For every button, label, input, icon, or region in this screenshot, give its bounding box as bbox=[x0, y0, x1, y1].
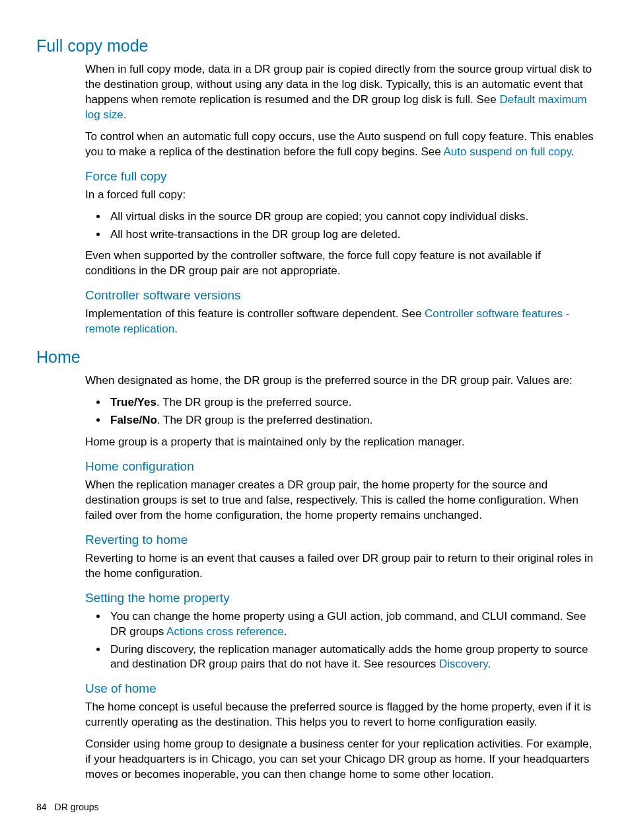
list-item: All virtual disks in the source DR group… bbox=[108, 210, 594, 225]
heading-home-config: Home configuration bbox=[85, 459, 594, 474]
paragraph: When the replication manager creates a D… bbox=[85, 478, 594, 523]
list-item: During discovery, the replication manage… bbox=[108, 642, 594, 673]
link-actions-cross-ref[interactable]: Actions cross reference bbox=[166, 625, 284, 638]
document-page: Full copy mode When in full copy mode, d… bbox=[0, 0, 630, 840]
paragraph: Even when supported by the controller so… bbox=[85, 248, 594, 279]
list-item: All host write-transactions in the DR gr… bbox=[108, 227, 594, 243]
heading-force-full-copy: Force full copy bbox=[85, 169, 594, 184]
heading-reverting-home: Reverting to home bbox=[85, 533, 594, 547]
chapter-name: DR groups bbox=[55, 802, 99, 812]
paragraph: Reverting to home is an event that cause… bbox=[85, 551, 594, 582]
paragraph: Home group is a property that is maintai… bbox=[85, 435, 594, 450]
paragraph: In a forced full copy: bbox=[85, 188, 594, 203]
link-auto-suspend[interactable]: Auto suspend on full copy bbox=[443, 145, 571, 158]
heading-use-of-home: Use of home bbox=[85, 681, 594, 696]
section-body: When designated as home, the DR group is… bbox=[85, 373, 594, 783]
bullet-list: All virtual disks in the source DR group… bbox=[85, 210, 594, 243]
heading-setting-home: Setting the home property bbox=[85, 591, 594, 605]
section-body: When in full copy mode, data in a DR gro… bbox=[85, 62, 594, 337]
heading-controller-versions: Controller software versions bbox=[85, 288, 594, 303]
paragraph: The home concept is useful because the p… bbox=[85, 700, 594, 730]
list-item: False/No. The DR group is the preferred … bbox=[108, 413, 594, 428]
list-item: True/Yes. The DR group is the preferred … bbox=[108, 395, 594, 410]
bullet-list: True/Yes. The DR group is the preferred … bbox=[85, 395, 594, 428]
link-discovery[interactable]: Discovery bbox=[439, 658, 487, 670]
heading-full-copy-mode: Full copy mode bbox=[36, 36, 594, 56]
page-footer: 84DR groups bbox=[36, 802, 99, 812]
page-number: 84 bbox=[36, 802, 47, 812]
paragraph: When in full copy mode, data in a DR gro… bbox=[85, 62, 594, 123]
heading-home: Home bbox=[36, 348, 594, 367]
paragraph: Implementation of this feature is contro… bbox=[85, 307, 594, 337]
paragraph: Consider using home group to designate a… bbox=[85, 737, 594, 783]
bullet-list: You can change the home property using a… bbox=[85, 609, 594, 673]
paragraph: To control when an automatic full copy o… bbox=[85, 130, 594, 160]
paragraph: When designated as home, the DR group is… bbox=[85, 373, 594, 389]
list-item: You can change the home property using a… bbox=[108, 609, 594, 640]
